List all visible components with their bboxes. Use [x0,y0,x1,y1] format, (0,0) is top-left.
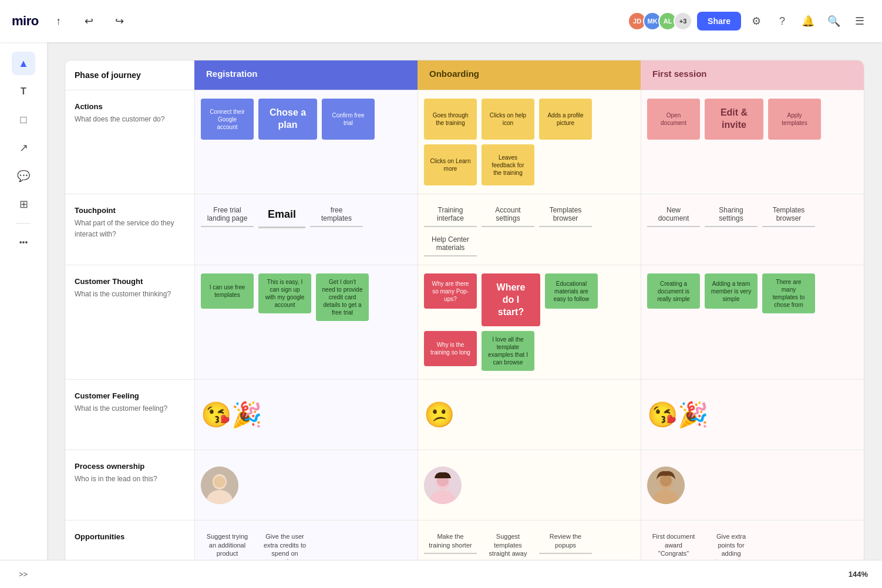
action-open-document[interactable]: Open document [647,99,700,140]
owner-person-2 [424,467,462,504]
action-chose-plan[interactable]: Chose a plan [258,99,317,140]
action-edit-invite[interactable]: Edit & invite [705,99,763,140]
customer-thought-row: Customer Thought What is the customer th… [65,265,864,379]
action-leaves-feedback[interactable]: Leaves feedback for the training [482,144,534,185]
touchpoint-account-settings: Account settings [482,202,534,227]
thought-popups[interactable]: Why are there so many Pop-ups? [424,273,477,309]
touchpoint-landing-page: Free trial landing page [201,202,254,227]
tool-comment[interactable]: 💬 [12,164,35,188]
feeling-first-session-zone: 😘🎉 [641,380,864,450]
export-button[interactable]: ↑ [48,11,69,32]
opp-training-shorter: Make the training shorter [424,529,477,554]
thought-sublabel: What is the customer thinking? [75,290,171,298]
touchpoint-first-session-zone: New document Sharing settings Templates … [641,194,864,265]
avatar-group: JD MK AL +3 [628,12,692,31]
zoom-level: 144% [849,570,868,579]
phase-onboarding-header: Onboarding [418,60,641,90]
phase-of-journey-label: Phase of journey [75,70,141,80]
touchpoint-registration-zone: Free trial landing page Email free templ… [194,194,418,265]
action-clicks-help[interactable]: Clicks on help icon [482,99,534,140]
thought-easy-signup[interactable]: This is easy, I can sign up with my goog… [258,273,311,313]
touchpoint-sharing-settings: Sharing settings [705,202,758,227]
actions-first-session-zone: Open document Edit & invite Apply templa… [641,90,864,194]
tool-sticky[interactable]: □ [12,108,35,131]
opp-suggest-templates: Suggest templates straight away [482,529,534,562]
action-confirm-free-trial[interactable]: Confirm free trial [322,99,375,140]
svg-point-11 [660,475,672,486]
thought-title: Customer Thought [75,277,185,286]
touchpoint-free-templates: free templates [310,202,363,227]
tool-select[interactable]: ▲ [12,52,35,75]
search-button[interactable]: 🔍 [823,11,844,32]
phase-header-row: Phase of journey Registration Onboarding… [65,60,864,90]
touchpoint-training-interface: Training interface [424,202,477,227]
action-clicks-learn[interactable]: Clicks on Learn more [424,144,477,185]
sidebar-tools: ▲ T □ ↗ 💬 ⊞ ••• [0,42,47,588]
ownership-first-session-zone [641,450,864,520]
thought-where-start[interactable]: Where do I start? [482,273,540,326]
touchpoint-templates-browser: Templates browser [539,202,592,227]
actions-title: Actions [75,102,185,111]
feeling-first-session-emoji: 😘🎉 [647,403,708,427]
touchpoint-help-center: Help Center materials [424,232,477,256]
ownership-label: Process ownership Who is in the lead on … [65,450,194,520]
actions-sublabel: What does the customer do? [75,115,164,123]
action-goes-training[interactable]: Goes through the training [424,99,477,140]
feeling-label: Customer Feeling What is the customer fe… [65,380,194,450]
action-adds-profile[interactable]: Adds a profile picture [539,99,592,140]
feeling-sublabel: What is the customer feeling? [75,404,167,413]
notifications-button[interactable]: 🔔 [797,11,819,32]
phase-first-session-header: First session [641,60,864,90]
ownership-onboarding-zone [418,450,641,520]
feeling-registration-zone: 😘🎉 [194,380,418,450]
thought-training-long[interactable]: Why is the training so long [424,331,477,366]
tool-text[interactable]: T [12,80,35,103]
action-apply-templates[interactable]: Apply templates [768,99,821,140]
touchpoint-sublabel: What part of the service do they interac… [75,219,174,238]
customer-feeling-row: Customer Feeling What is the customer fe… [65,379,864,450]
owner-person-1 [201,467,238,504]
actions-registration-zone: Connect their Google account Chose a pla… [194,90,418,194]
phase-registration-header: Registration [194,60,418,90]
thought-onboarding-zone: Why are there so many Pop-ups? Where do … [418,265,641,379]
filter-icon-button[interactable]: ⚙ [746,11,767,32]
thought-no-credit-card[interactable]: Get I don't need to provide credit card … [316,273,369,321]
thought-creating-simple[interactable]: Creating a document is really simple [647,273,700,309]
topbar-right: JD MK AL +3 Share ⚙ ? 🔔 🔍 ☰ [628,11,870,32]
tool-more[interactable]: ••• [12,231,35,254]
feeling-registration-emoji: 😘🎉 [201,403,262,427]
tool-frame[interactable]: ⊞ [12,192,35,216]
thought-registration-zone: I can use free templates This is easy, I… [194,265,418,379]
feeling-title: Customer Feeling [75,391,185,400]
thought-free-templates[interactable]: I can use free templates [201,273,254,309]
thought-educational[interactable]: Educational materials are easy to follow [545,273,598,309]
expand-button[interactable]: >> [14,567,32,581]
ownership-title: Process ownership [75,462,185,471]
thought-label: Customer Thought What is the customer th… [65,265,194,379]
thought-many-templates[interactable]: There are many templates to chose from [762,273,815,313]
touchpoint-email: Email [258,202,305,228]
action-connect-google[interactable]: Connect their Google account [201,99,254,140]
journey-map: Phase of journey Registration Onboarding… [65,60,864,588]
help-icon-button[interactable]: ? [772,11,793,32]
svg-point-3 [214,476,225,488]
ownership-sublabel: Who is in the lead on this? [75,475,157,483]
redo-button[interactable]: ↪ [109,11,130,32]
actions-label: Actions What does the customer do? [65,90,194,194]
phase-label-header: Phase of journey [65,60,194,90]
sidebar-divider [16,223,31,224]
main-canvas: Phase of journey Registration Onboarding… [47,42,882,588]
touchpoint-templates-browser-2: Templates browser [762,202,815,227]
owner-person-3 [647,467,685,504]
thought-first-session-zone: Creating a document is really simple Add… [641,265,864,379]
thought-love-templates[interactable]: I love all the template examples that I … [482,331,534,371]
tool-arrow[interactable]: ↗ [12,136,35,160]
thought-adding-team[interactable]: Adding a team member is very simple [705,273,758,309]
undo-button[interactable]: ↩ [79,11,100,32]
avatar-count: +3 [674,12,692,31]
actions-onboarding-zone: Goes through the training Clicks on help… [418,90,641,194]
opportunities-title: Opportunities [75,532,185,541]
share-button[interactable]: Share [697,12,741,31]
menu-button[interactable]: ☰ [849,11,870,32]
ownership-registration-zone [194,450,418,520]
